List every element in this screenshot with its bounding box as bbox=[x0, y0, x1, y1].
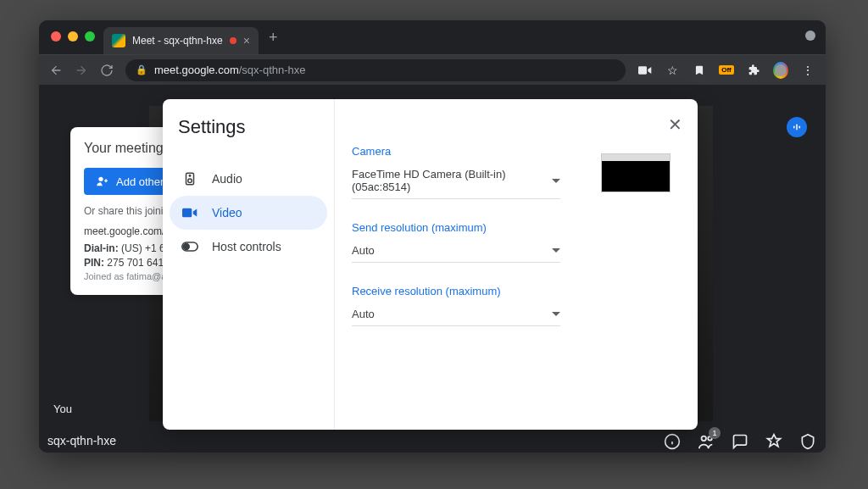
svg-rect-3 bbox=[799, 126, 801, 129]
browser-menu-icon[interactable]: ⋮ bbox=[800, 63, 815, 78]
host-controls-icon[interactable] bbox=[798, 432, 817, 451]
address-bar: 🔒 meet.google.com/sqx-qthn-hxe ☆ Off ⋮ bbox=[39, 54, 826, 85]
videocam-icon bbox=[181, 204, 198, 221]
svg-rect-1 bbox=[793, 126, 795, 129]
settings-content: ✕ Camera FaceTime HD Camera (Built-in) (… bbox=[335, 99, 698, 430]
sidebar-item-label: Audio bbox=[212, 172, 242, 186]
svg-rect-11 bbox=[182, 208, 192, 218]
forward-button[interactable] bbox=[75, 64, 88, 77]
url-field[interactable]: 🔒 meet.google.com/sqx-qthn-hxe bbox=[125, 59, 626, 81]
macos-window-controls bbox=[51, 31, 95, 42]
speaker-icon bbox=[181, 170, 198, 187]
tab-title: Meet - sqx-qthn-hxe bbox=[132, 35, 223, 47]
window-control-icon[interactable] bbox=[805, 31, 815, 41]
receive-resolution-dropdown[interactable]: Auto bbox=[352, 304, 560, 326]
close-modal-button[interactable]: ✕ bbox=[668, 114, 682, 135]
chat-icon[interactable] bbox=[731, 432, 749, 451]
reload-button[interactable] bbox=[100, 64, 114, 77]
chevron-down-icon bbox=[552, 312, 560, 316]
receive-resolution-label: Receive resolution (maximum) bbox=[352, 285, 674, 297]
extensions-puzzle-icon[interactable] bbox=[746, 63, 761, 78]
bookmark-tag-icon[interactable] bbox=[692, 63, 707, 78]
minimize-window-button[interactable] bbox=[68, 31, 78, 42]
meet-favicon-icon bbox=[112, 34, 125, 47]
settings-modal: Settings Audio Video Host controls ✕ Cam… bbox=[163, 99, 698, 430]
toolbar-icons: ☆ Off ⋮ bbox=[637, 63, 815, 78]
sidebar-item-audio[interactable]: Audio bbox=[170, 162, 327, 196]
lock-icon: 🔒 bbox=[136, 64, 147, 75]
profile-avatar-icon[interactable] bbox=[773, 63, 788, 78]
toggle-icon bbox=[181, 238, 198, 255]
sidebar-item-label: Video bbox=[212, 206, 242, 219]
maximize-window-button[interactable] bbox=[85, 31, 95, 42]
camera-permission-icon[interactable] bbox=[637, 63, 653, 78]
new-tab-button[interactable]: + bbox=[269, 29, 278, 47]
meeting-code-label: sqx-qthn-hxe bbox=[47, 434, 116, 447]
camera-preview bbox=[601, 153, 670, 192]
voice-activity-icon bbox=[787, 117, 807, 137]
chevron-down-icon bbox=[552, 248, 560, 253]
svg-rect-0 bbox=[638, 66, 647, 74]
receive-resolution-value: Auto bbox=[352, 308, 375, 320]
sidebar-item-label: Host controls bbox=[212, 240, 281, 253]
browser-tab[interactable]: Meet - sqx-qthn-hxe × bbox=[103, 27, 259, 54]
close-window-button[interactable] bbox=[51, 31, 61, 42]
send-resolution-dropdown[interactable]: Auto bbox=[352, 241, 560, 263]
camera-dropdown[interactable]: FaceTime HD Camera (Built-in) (05ac:8514… bbox=[352, 164, 560, 199]
sidebar-item-host-controls[interactable]: Host controls bbox=[170, 230, 327, 264]
settings-sidebar: Settings Audio Video Host controls bbox=[163, 99, 335, 430]
svg-point-10 bbox=[189, 175, 191, 177]
send-resolution-label: Send resolution (maximum) bbox=[352, 221, 674, 234]
send-resolution-value: Auto bbox=[352, 244, 375, 257]
tab-bar: Meet - sqx-qthn-hxe × + bbox=[39, 20, 826, 54]
participants-icon[interactable]: 1 bbox=[697, 432, 715, 451]
svg-rect-2 bbox=[796, 125, 798, 131]
bottom-action-bar: 1 bbox=[663, 432, 817, 451]
svg-point-6 bbox=[702, 436, 706, 441]
sidebar-item-video[interactable]: Video bbox=[170, 196, 327, 230]
participant-count-badge: 1 bbox=[709, 427, 721, 439]
extension-off-icon[interactable]: Off bbox=[719, 63, 734, 78]
url-text: meet.google.com/sqx-qthn-hxe bbox=[154, 64, 306, 76]
bookmark-star-icon[interactable]: ☆ bbox=[665, 63, 680, 78]
activities-icon[interactable] bbox=[765, 432, 783, 451]
recording-indicator-icon bbox=[230, 37, 236, 44]
svg-point-13 bbox=[184, 244, 190, 250]
tab-close-icon[interactable]: × bbox=[243, 34, 250, 47]
chevron-down-icon bbox=[552, 179, 560, 183]
person-add-icon bbox=[96, 175, 109, 188]
svg-point-4 bbox=[98, 177, 103, 181]
camera-value: FaceTime HD Camera (Built-in) (05ac:8514… bbox=[352, 168, 552, 193]
settings-title: Settings bbox=[170, 116, 327, 138]
meeting-details-icon[interactable] bbox=[663, 432, 682, 451]
add-others-label: Add others bbox=[116, 175, 170, 188]
back-button[interactable] bbox=[49, 64, 63, 77]
svg-point-9 bbox=[188, 179, 192, 183]
self-label: You bbox=[53, 403, 72, 415]
